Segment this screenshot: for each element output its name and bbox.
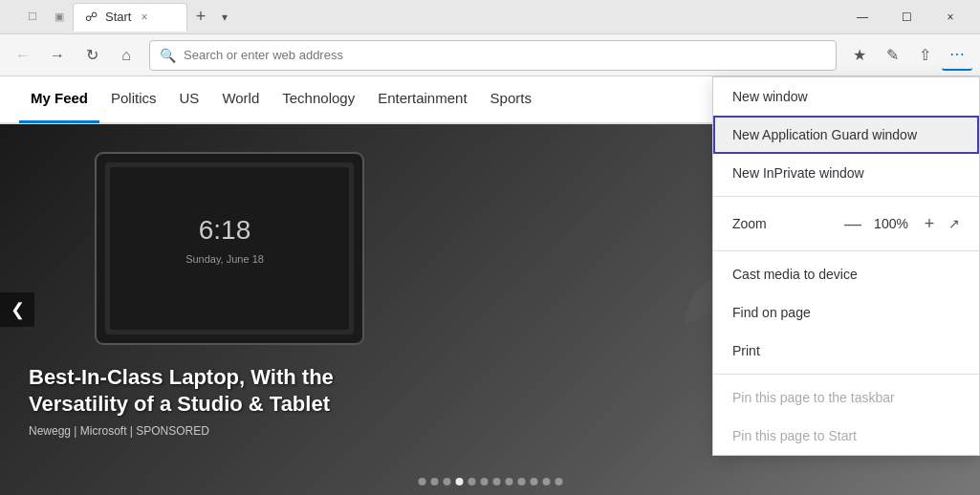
- carousel-dot-2[interactable]: [443, 478, 450, 485]
- tab-icon: ☍: [85, 10, 98, 24]
- zoom-label: Zoom: [732, 216, 767, 231]
- window-controls: — ☐ ×: [840, 0, 972, 34]
- nav-bar: ← → ↻ ⌂ 🔍 ★ ✎ ⇧ ⋯: [0, 34, 980, 76]
- page-nav-item-politics[interactable]: Politics: [99, 76, 168, 123]
- carousel-dot-9[interactable]: [530, 478, 537, 485]
- carousel-dot-8[interactable]: [517, 478, 525, 485]
- tab-close-button[interactable]: ×: [139, 9, 149, 26]
- carousel-dot-0[interactable]: [418, 478, 425, 485]
- more-button[interactable]: ⋯: [942, 40, 972, 71]
- minimize-button[interactable]: —: [840, 0, 884, 34]
- menu-item-print[interactable]: Print: [713, 332, 979, 370]
- hero-sponsor: Newegg | Microsoft | SPONSORED: [29, 424, 411, 438]
- carousel-dot-1[interactable]: [430, 478, 438, 485]
- hero-title: Best-In-Class Laptop, With the Versatili…: [29, 364, 411, 419]
- menu-item-cast-media-to-device[interactable]: Cast media to device: [713, 255, 979, 293]
- page-nav-item-entertainment[interactable]: Entertainment: [366, 76, 478, 123]
- page-nav-item-my-feed[interactable]: My Feed: [19, 76, 99, 123]
- history-back-icon[interactable]: ☐: [19, 4, 46, 31]
- carousel-dot-5[interactable]: [480, 478, 488, 485]
- page-nav-item-technology[interactable]: Technology: [271, 76, 366, 123]
- home-button[interactable]: ⌂: [111, 40, 142, 71]
- menu-item-find-on-page[interactable]: Find on page: [713, 293, 979, 332]
- search-icon: 🔍: [160, 48, 176, 63]
- toolbar-right: ★ ✎ ⇧ ⋯: [844, 40, 972, 71]
- carousel-dot-4[interactable]: [468, 478, 475, 485]
- hero-prev-button[interactable]: ❮: [0, 292, 34, 327]
- menu-item-new-window[interactable]: New window: [713, 77, 979, 116]
- carousel-dot-3[interactable]: [455, 478, 463, 485]
- tab-start[interactable]: ☍ Start ×: [73, 3, 187, 32]
- tab-title: Start: [105, 10, 131, 24]
- page-nav-item-world[interactable]: World: [210, 76, 271, 123]
- content-area: My FeedPoliticsUSWorldTechnologyEntertai…: [0, 76, 980, 495]
- menu-item-zoom[interactable]: Zoom — 100% + ↗: [713, 201, 979, 247]
- page-nav-item-us[interactable]: US: [168, 76, 211, 123]
- tab-list-icon[interactable]: ▣: [46, 4, 73, 31]
- menu-separator-before-7: [713, 374, 979, 375]
- menu-item-pin-this-page-to-start: Pin this page to Start: [713, 417, 979, 455]
- close-button[interactable]: ×: [928, 0, 972, 34]
- maximize-button[interactable]: ☐: [884, 0, 928, 34]
- carousel-dot-6[interactable]: [492, 478, 500, 485]
- note-button[interactable]: ✎: [877, 40, 907, 71]
- back-button[interactable]: ←: [8, 40, 38, 71]
- zoom-expand-icon: ↗: [948, 216, 960, 231]
- menu-item-pin-this-page-to-the-taskbar: Pin this page to the taskbar: [713, 378, 979, 417]
- zoom-plus-button[interactable]: +: [918, 212, 941, 235]
- new-tab-button[interactable]: +: [187, 4, 214, 31]
- svg-text:Sunday, June 18: Sunday, June 18: [185, 253, 264, 265]
- menu-item-new-application-guard-window[interactable]: New Application Guard window: [713, 116, 979, 154]
- dropdown-menu: New windowNew Application Guard windowNe…: [712, 76, 980, 456]
- zoom-value: 100%: [872, 216, 910, 231]
- zoom-minus-button[interactable]: —: [841, 212, 864, 235]
- hero-device-image: 6:18 Sunday, June 18: [76, 143, 382, 373]
- address-input[interactable]: [184, 48, 826, 62]
- hero-text: Best-In-Class Laptop, With the Versatili…: [29, 364, 411, 438]
- menu-separator-before-3: [713, 196, 979, 197]
- share-button[interactable]: ⇧: [909, 40, 940, 71]
- favorites-button[interactable]: ★: [844, 40, 875, 71]
- address-bar[interactable]: 🔍: [149, 40, 837, 71]
- tab-strip: ☐ ▣ ☍ Start × + ▾: [19, 3, 833, 32]
- svg-rect-2: [110, 167, 349, 330]
- forward-button[interactable]: →: [42, 40, 73, 71]
- page-nav-item-sports[interactable]: Sports: [479, 76, 543, 123]
- carousel-dot-7[interactable]: [505, 478, 512, 485]
- refresh-button[interactable]: ↻: [76, 40, 107, 71]
- carousel-dot-10[interactable]: [542, 478, 550, 485]
- menu-item-new-inprivate-window[interactable]: New InPrivate window: [713, 154, 979, 192]
- zoom-controls: — 100% + ↗: [841, 212, 960, 235]
- tab-dropdown-button[interactable]: ▾: [214, 7, 235, 28]
- dots-container: [418, 478, 562, 485]
- menu-separator-before-4: [713, 250, 979, 251]
- svg-text:6:18: 6:18: [199, 215, 251, 245]
- carousel-dot-11[interactable]: [555, 478, 562, 485]
- title-bar: ☐ ▣ ☍ Start × + ▾ — ☐ ×: [0, 0, 980, 34]
